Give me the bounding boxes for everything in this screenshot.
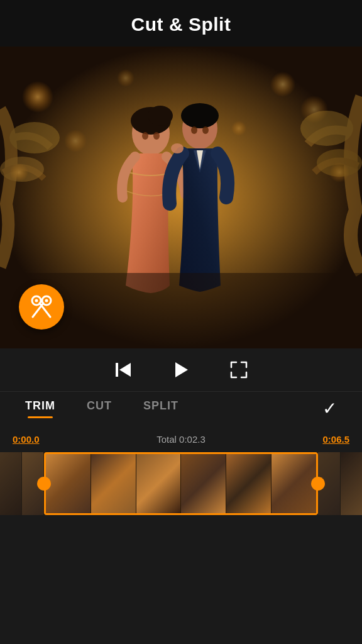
svg-point-21 xyxy=(202,126,209,134)
tab-items: TRIM CUT SPLIT xyxy=(25,399,178,418)
fullscreen-button[interactable] xyxy=(229,360,249,380)
svg-point-6 xyxy=(270,72,295,97)
timeline-labels: 0:00.0 Total 0:02.3 0:06.5 xyxy=(0,434,362,445)
scissors-badge xyxy=(19,284,64,330)
tab-cut[interactable]: CUT xyxy=(87,399,112,418)
svg-point-17 xyxy=(153,132,160,140)
play-button[interactable] xyxy=(171,360,191,380)
header: Cut & Split xyxy=(0,0,362,47)
confirm-button[interactable]: ✓ xyxy=(322,398,337,419)
timeline-section: 0:00.0 Total 0:02.3 0:06.5 xyxy=(0,425,362,515)
play-icon xyxy=(171,360,191,380)
svg-marker-32 xyxy=(175,362,188,377)
tab-cut-label: CUT xyxy=(87,399,112,416)
skip-back-button[interactable] xyxy=(113,360,133,380)
trim-handle-left[interactable] xyxy=(37,477,51,491)
svg-point-15 xyxy=(148,106,173,126)
fullscreen-icon xyxy=(229,360,249,380)
time-total: Total 0:02.3 xyxy=(156,434,206,445)
svg-point-10 xyxy=(0,157,44,182)
svg-point-12 xyxy=(317,149,362,177)
playback-controls xyxy=(0,348,362,391)
filmstrip-selection xyxy=(44,452,318,515)
time-start[interactable]: 0:00.0 xyxy=(13,434,40,445)
tab-bar: TRIM CUT SPLIT ✓ xyxy=(0,391,362,425)
svg-point-2 xyxy=(64,130,87,152)
tab-trim-underline xyxy=(28,416,53,418)
tab-trim[interactable]: TRIM xyxy=(25,399,55,418)
skip-back-icon xyxy=(113,360,133,380)
svg-point-22 xyxy=(171,143,184,153)
svg-marker-31 xyxy=(119,363,131,377)
svg-point-16 xyxy=(142,132,148,140)
trim-handle-right[interactable] xyxy=(311,477,325,491)
tab-trim-label: TRIM xyxy=(25,399,55,416)
svg-point-9 xyxy=(9,122,60,153)
svg-point-26 xyxy=(35,299,38,303)
page-title: Cut & Split xyxy=(131,14,231,35)
time-end[interactable]: 0:06.5 xyxy=(322,434,349,445)
svg-point-27 xyxy=(45,299,48,303)
svg-point-19 xyxy=(181,103,219,128)
filmstrip[interactable] xyxy=(0,452,362,515)
svg-rect-30 xyxy=(116,363,118,377)
video-preview xyxy=(0,47,362,348)
svg-point-20 xyxy=(191,126,197,134)
svg-point-1 xyxy=(22,81,53,113)
tab-split-label: SPLIT xyxy=(143,399,178,416)
scissors-icon xyxy=(29,294,54,319)
svg-point-11 xyxy=(300,111,353,146)
svg-point-7 xyxy=(231,121,246,136)
video-background xyxy=(0,47,362,348)
tab-split[interactable]: SPLIT xyxy=(143,399,178,418)
svg-point-8 xyxy=(117,69,134,87)
